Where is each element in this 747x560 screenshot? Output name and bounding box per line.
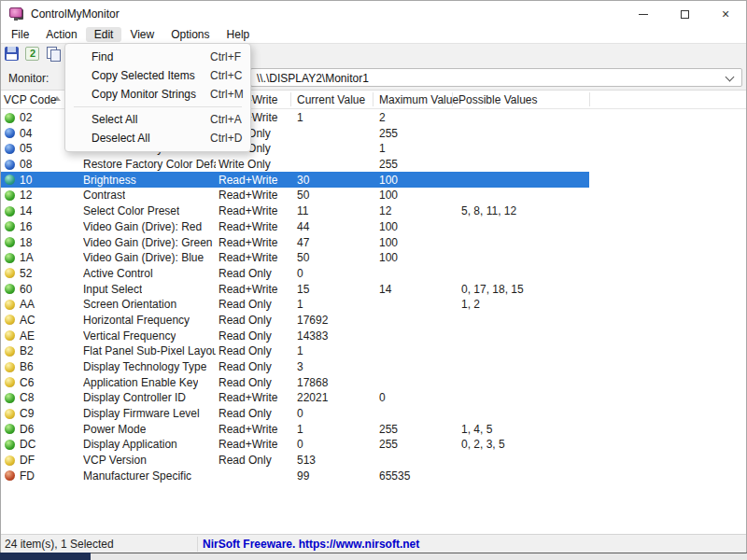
name-cell: Application Enable Key (83, 376, 198, 389)
menu-item-copy-selected-items[interactable]: Copy Selected ItemsCtrl+C (65, 66, 250, 85)
name-cell: Restore Factory Color Defaul... (83, 158, 216, 171)
status-count: 24 item(s), 1 Selected (5, 538, 114, 551)
menu-item-find[interactable]: FindCtrl+F (65, 48, 250, 66)
table-row[interactable]: C8Display Controller IDRead+Write220210 (1, 390, 589, 406)
read-write-cell: Read+Write (218, 204, 277, 217)
column-header-maximum-value[interactable]: Maximum Value (379, 93, 458, 106)
possible-values-cell: 0, 2, 3, 5 (461, 438, 505, 451)
vcp-table: VCP CodeNameRead-WriteCurrent ValueMaxim… (1, 91, 746, 534)
name-cell: Display Controller ID (83, 391, 186, 404)
table-row[interactable]: B2Flat Panel Sub-Pixel LayoutRead Only1 (1, 343, 589, 359)
name-cell: Vertical Frequency (83, 329, 176, 343)
table-row[interactable]: 16Video Gain (Drive): RedRead+Write44100 (1, 218, 589, 234)
vcp-code-cell: 02 (20, 111, 32, 124)
maximum-value-cell: 100 (379, 220, 398, 233)
table-row[interactable]: ACHorizontal FrequencyRead Only17692 (1, 312, 589, 328)
menubar-item-help[interactable]: Help (218, 27, 259, 42)
menubar-item-file[interactable]: File (3, 27, 37, 42)
menu-item-label: Copy Selected Items (92, 69, 195, 82)
table-row[interactable]: C9Display Firmware LevelRead Only0 (1, 406, 589, 422)
vcp-status-icon (5, 346, 15, 357)
maximum-value-cell: 255 (379, 158, 398, 171)
monitor-combobox[interactable]: \\.\DISPLAY2\Monitor1 (250, 68, 742, 87)
header-separator[interactable] (290, 92, 291, 106)
read-write-cell: Read Only (218, 298, 272, 311)
vcp-status-icon (5, 284, 15, 294)
menu-item-select-all[interactable]: Select AllCtrl+A (65, 110, 250, 129)
vcp-code-cell: AA (20, 298, 35, 311)
menu-item-shortcut: Ctrl+F (210, 48, 241, 66)
header-separator[interactable] (589, 92, 590, 106)
edit-menu-dropdown: FindCtrl+FCopy Selected ItemsCtrl+CCopy … (64, 43, 251, 152)
current-value-cell: 14383 (297, 329, 328, 343)
table-row[interactable]: C6Application Enable KeyRead Only17868 (1, 374, 589, 390)
table-row[interactable]: 08Restore Factory Color Defaul...Write O… (1, 157, 589, 173)
vcp-status-icon (5, 362, 15, 372)
current-value-cell: 1 (297, 298, 303, 311)
monitor-combobox-value: \\.\DISPLAY2\Monitor1 (257, 72, 369, 85)
refresh-button[interactable] (25, 47, 41, 62)
table-row[interactable]: DFVCP VersionRead Only513 (1, 453, 589, 469)
table-row[interactable]: 52Active ControlRead Only0 (1, 265, 589, 281)
table-row[interactable]: DCDisplay ApplicationRead+Write02550, 2,… (1, 437, 589, 453)
menubar-item-action[interactable]: Action (37, 27, 85, 42)
column-header-current-value[interactable]: Current Value (297, 93, 365, 106)
current-value-cell: 0 (297, 438, 303, 451)
name-cell: Select Color Preset (83, 204, 179, 217)
menu-item-deselect-all[interactable]: Deselect AllCtrl+D (65, 129, 250, 147)
table-row[interactable]: AEVertical FrequencyRead Only14383 (1, 328, 589, 343)
table-row[interactable]: FDManufacturer Specific9965535 (1, 468, 589, 483)
table-row[interactable]: 10BrightnessRead+Write30100 (1, 172, 589, 188)
vcp-status-icon (5, 377, 15, 387)
read-write-cell: Read Only (218, 329, 272, 343)
menubar-item-edit[interactable]: Edit (86, 27, 122, 42)
vcp-status-icon (5, 330, 15, 341)
header-separator[interactable] (373, 92, 374, 106)
save-button[interactable] (5, 47, 21, 62)
title-bar: ControlMyMonitor × (1, 1, 746, 27)
menubar-item-options[interactable]: Options (162, 27, 218, 42)
read-write-cell: Read+Write (218, 251, 277, 264)
vcp-code-cell: C6 (20, 376, 34, 389)
name-cell: Video Gain (Drive): Red (83, 220, 202, 233)
column-header-vcp-code[interactable]: VCP Code (4, 93, 56, 106)
app-icon (9, 7, 24, 21)
copy-button[interactable] (46, 47, 62, 62)
vcp-status-icon (5, 253, 15, 263)
table-row[interactable]: B6Display Technology TypeRead Only3 (1, 359, 589, 375)
menu-item-copy-monitor-strings[interactable]: Copy Monitor StringsCtrl+M (65, 85, 250, 104)
table-row[interactable]: D6Power ModeRead+Write12551, 4, 5 (1, 421, 589, 437)
table-row[interactable]: 60Input SelectRead+Write15140, 17, 18, 1… (1, 281, 589, 297)
column-header-possible-values[interactable]: Possible Values (458, 93, 538, 106)
vcp-status-icon (5, 206, 15, 217)
vcp-code-cell: B6 (20, 360, 34, 373)
table-row[interactable]: 18Video Gain (Drive): GreenRead+Write471… (1, 234, 589, 250)
statusbar-divider (197, 537, 198, 552)
table-row[interactable]: 14Select Color PresetRead+Write11125, 8,… (1, 203, 589, 219)
chevron-down-icon[interactable] (726, 73, 735, 82)
nirsoft-link[interactable]: NirSoft Freeware. https://www.nirsoft.ne… (203, 538, 419, 551)
menubar-item-view[interactable]: View (121, 27, 162, 42)
table-row[interactable]: 1AVideo Gain (Drive): BlueRead+Write5010… (1, 250, 589, 266)
minimize-button[interactable] (623, 1, 664, 27)
vcp-status-icon (5, 113, 15, 123)
refresh-icon (25, 47, 39, 61)
name-cell: Manufacturer Specific (83, 469, 191, 483)
vcp-status-icon (5, 221, 15, 231)
current-value-cell: 22021 (297, 391, 328, 404)
maximum-value-cell: 100 (379, 251, 398, 264)
name-cell: Brightness (83, 174, 136, 187)
maximum-value-cell: 2 (379, 111, 386, 124)
read-write-cell: Read Only (218, 267, 272, 280)
close-button[interactable]: × (705, 1, 746, 27)
maximum-value-cell: 14 (379, 283, 391, 296)
vcp-status-icon (5, 409, 15, 419)
table-row[interactable]: 12ContrastRead+Write50100 (1, 188, 589, 203)
vcp-code-cell: 08 (20, 158, 32, 171)
maximize-button[interactable] (664, 1, 705, 27)
table-row[interactable]: AAScreen OrientationRead Only11, 2 (1, 297, 589, 313)
menu-item-label: Select All (92, 113, 137, 126)
current-value-cell: 47 (297, 236, 309, 249)
monitor-label: Monitor: (8, 72, 49, 85)
possible-values-cell: 1, 4, 5 (461, 423, 492, 436)
